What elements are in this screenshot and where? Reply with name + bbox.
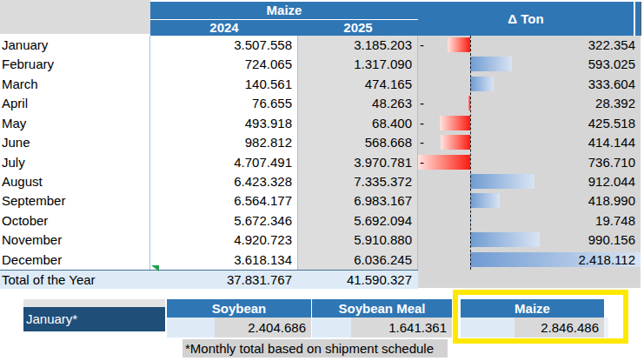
- delta-value: 28.392: [418, 94, 635, 113]
- delta-ton-header-cell[interactable]: Δ Ton: [418, 2, 634, 36]
- value-2024-cell[interactable]: 6.423.328: [150, 172, 292, 191]
- table-row: July4.707.4913.970.781-736.710: [0, 153, 641, 173]
- soybean-header-cell[interactable]: Soybean: [167, 299, 311, 318]
- month-cell[interactable]: March: [2, 75, 148, 94]
- value-2025-cell[interactable]: 3.970.781: [298, 153, 412, 172]
- table-row: November4.920.7235.910.880990.156: [0, 231, 641, 251]
- delta-value: 425.518: [418, 114, 635, 133]
- soybean-lightblue-cell[interactable]: [167, 318, 215, 338]
- value-2025-cell[interactable]: 6.983.167: [298, 191, 412, 211]
- value-2024-cell[interactable]: 3.618.134: [150, 251, 292, 270]
- total-label: Total of the Year: [2, 271, 96, 289]
- value-2025-cell[interactable]: 1.317.090: [298, 55, 412, 74]
- value-2025-cell[interactable]: 68.400: [298, 114, 412, 133]
- month-cell[interactable]: February: [2, 55, 148, 74]
- delta-value: 2.418.112: [418, 251, 635, 270]
- table-right-border: [641, 2, 641, 36]
- value-2025-cell[interactable]: 6.036.245: [298, 251, 412, 270]
- value-2024-cell[interactable]: 5.672.346: [150, 211, 292, 231]
- month-cell[interactable]: July: [2, 153, 148, 172]
- value-2024-cell[interactable]: 76.655: [150, 94, 292, 113]
- maize-header-cell[interactable]: Maize: [150, 2, 418, 19]
- month-cell[interactable]: September: [2, 191, 148, 211]
- footnote: *Monthly total based on shipment schedul…: [183, 339, 448, 358]
- table-row: January3.507.5583.185.203-322.354: [0, 36, 641, 56]
- month-cell[interactable]: August: [2, 172, 148, 191]
- table-row: September6.564.1776.983.167418.990: [0, 191, 641, 211]
- total-2024-cell[interactable]: 37.831.767: [150, 271, 292, 289]
- value-2024-cell[interactable]: 982.812: [150, 133, 292, 152]
- delta-value: 593.025: [418, 55, 635, 74]
- delta-value: 418.990: [418, 191, 635, 211]
- value-2024-cell[interactable]: 724.065: [150, 55, 292, 74]
- soybean-value-cell[interactable]: 2.404.686: [215, 318, 311, 338]
- spreadsheet-report: Maize 2024 2025 Δ Ton January3.507.5583.…: [0, 0, 644, 361]
- delta-value: 333.604: [418, 75, 635, 94]
- total-2025-cell[interactable]: 41.590.327: [298, 271, 412, 289]
- table-row: December3.618.1346.036.2452.418.112: [0, 251, 641, 271]
- table-row: October5.672.3465.692.09419.748: [0, 211, 641, 231]
- value-2025-cell[interactable]: 568.668: [298, 133, 412, 152]
- table-row: May493.91868.400-425.518: [0, 114, 641, 134]
- month-cell[interactable]: January: [2, 36, 148, 55]
- value-2025-cell[interactable]: 474.165: [298, 75, 412, 94]
- delta-value: 736.710: [418, 153, 635, 172]
- value-2025-cell[interactable]: 3.185.203: [298, 36, 412, 55]
- year-2024-header-cell[interactable]: 2024: [150, 20, 298, 36]
- delta-value: 19.748: [418, 211, 635, 231]
- table-row: February724.0651.317.090593.025: [0, 55, 641, 75]
- table-row: June982.812568.668-414.144: [0, 133, 641, 153]
- total-row[interactable]: Total of the Year 37.831.767 41.590.327: [0, 270, 418, 289]
- month-cell[interactable]: June: [2, 133, 148, 152]
- value-2024-cell[interactable]: 6.564.177: [150, 191, 292, 211]
- soybean-meal-header-cell[interactable]: Soybean Meal: [312, 299, 452, 318]
- month-cell[interactable]: May: [2, 114, 148, 133]
- value-2025-cell[interactable]: 5.910.880: [298, 231, 412, 250]
- table-row: April76.65548.263-28.392: [0, 94, 641, 114]
- delta-value: 912.044: [418, 172, 635, 191]
- value-2024-cell[interactable]: 3.507.558: [150, 36, 292, 55]
- soybean-meal-lightblue-cell[interactable]: [312, 318, 351, 338]
- bottom-table-label-header-gap: [23, 299, 165, 307]
- value-2024-cell[interactable]: 140.561: [150, 75, 292, 94]
- value-2025-cell[interactable]: 5.692.094: [298, 211, 412, 231]
- delta-value: 414.144: [418, 133, 635, 152]
- table-row: March140.561474.165333.604: [0, 75, 641, 95]
- value-2024-cell[interactable]: 493.918: [150, 114, 292, 133]
- table-row: August6.423.3287.335.372912.044: [0, 172, 641, 192]
- month-cell[interactable]: October: [2, 211, 148, 231]
- year-2025-header-cell[interactable]: 2025: [298, 20, 418, 36]
- value-2024-cell[interactable]: 4.920.723: [150, 231, 292, 250]
- value-2025-cell[interactable]: 48.263: [298, 94, 412, 113]
- soybean-meal-value-cell[interactable]: 1.641.361: [351, 318, 452, 338]
- month-cell[interactable]: December: [2, 251, 148, 270]
- delta-value: 990.156: [418, 231, 635, 250]
- top-left-gray-area: [0, 0, 150, 34]
- month-cell[interactable]: November: [2, 231, 148, 250]
- maize-highlight-box: [453, 290, 628, 344]
- value-2025-cell[interactable]: 7.335.372: [298, 172, 412, 191]
- month-cell[interactable]: April: [2, 94, 148, 113]
- delta-value: 322.354: [418, 36, 635, 55]
- bottom-row-label-cell[interactable]: January*: [23, 307, 165, 331]
- value-2024-cell[interactable]: 4.707.491: [150, 153, 292, 172]
